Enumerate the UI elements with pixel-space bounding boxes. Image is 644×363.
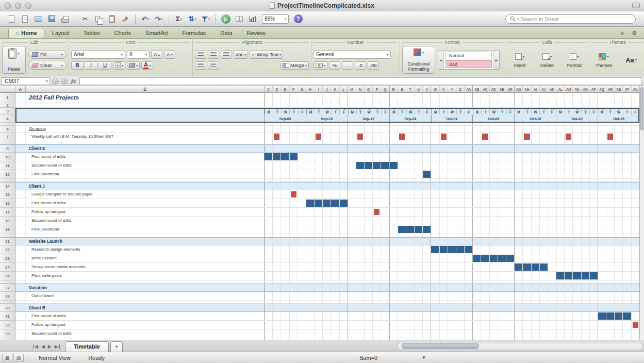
grid-cell[interactable] [581, 238, 589, 245]
grid-cell[interactable] [331, 234, 339, 237]
grid-cell[interactable] [581, 199, 589, 207]
grid-cell[interactable] [589, 272, 598, 280]
grid-cell[interactable] [348, 190, 356, 199]
grid-cell[interactable] [589, 123, 598, 125]
column-header-AC[interactable]: AC [481, 86, 489, 93]
grid-cell[interactable] [564, 263, 572, 271]
cell-col-a[interactable] [15, 183, 26, 190]
grid-cell[interactable] [589, 280, 598, 283]
grid-cell[interactable] [522, 301, 531, 303]
grid-cell[interactable] [581, 133, 589, 141]
grid-cell[interactable] [422, 321, 431, 329]
grid-cell[interactable] [364, 126, 372, 132]
column-header-G[interactable]: G [298, 86, 306, 93]
grid-cell[interactable] [414, 217, 422, 225]
grid-cell[interactable] [331, 312, 339, 320]
grid-cell[interactable] [348, 179, 356, 182]
grid-cell[interactable] [589, 153, 598, 161]
cell-col-b[interactable]: Write Content [26, 254, 265, 262]
grid-cell[interactable] [531, 234, 539, 237]
grid-cell[interactable] [614, 199, 622, 207]
grid-cell[interactable] [322, 190, 331, 199]
cell-col-b[interactable]: First round of edits [26, 153, 265, 161]
grid-cell[interactable] [280, 161, 289, 170]
grid-cell[interactable] [314, 170, 322, 178]
day-header-cell[interactable]: 9T [481, 108, 489, 114]
grid-cell[interactable] [556, 329, 564, 338]
title-bar[interactable]: ProjectTimelineComplicated.xlsx [0, 0, 644, 11]
grid-cell[interactable] [631, 312, 639, 320]
grid-cell[interactable] [372, 272, 381, 280]
grid-cell[interactable] [381, 93, 389, 103]
grid-cell[interactable] [514, 133, 522, 141]
grid-cell[interactable] [406, 292, 414, 300]
grid-cell[interactable] [322, 238, 331, 245]
grid-cell[interactable] [289, 225, 298, 234]
styles-scroll-left-button[interactable]: ◀ [438, 51, 444, 69]
grid-cell[interactable] [439, 133, 448, 141]
grid-cell[interactable] [448, 329, 456, 338]
grid-cell[interactable] [556, 245, 564, 254]
grid-cell[interactable] [581, 141, 589, 144]
grid-cell[interactable] [514, 103, 522, 107]
grid-cell[interactable] [472, 183, 481, 190]
grid-cell[interactable] [456, 292, 464, 300]
grid-cell[interactable] [331, 161, 339, 170]
grid-cell[interactable] [339, 199, 348, 207]
grid-cell[interactable] [356, 153, 364, 161]
grid-cell[interactable] [414, 133, 422, 141]
grid-cell[interactable] [322, 312, 331, 320]
grid-cell[interactable] [564, 170, 572, 178]
grid-cell[interactable] [356, 217, 364, 225]
grid-cell[interactable] [265, 126, 272, 132]
align-right-button[interactable] [221, 51, 232, 59]
grid-cell[interactable] [422, 245, 431, 254]
day-header-cell[interactable]: 14F [339, 108, 348, 114]
column-header-M[interactable]: M [348, 86, 356, 93]
minimize-window-button[interactable] [15, 3, 21, 9]
grid-cell[interactable] [356, 123, 364, 125]
grid-cell[interactable] [406, 301, 414, 303]
grid-cell[interactable] [389, 321, 398, 329]
grid-cell[interactable] [431, 183, 439, 190]
grid-cell[interactable] [631, 190, 639, 199]
grid-cell[interactable] [289, 126, 298, 132]
grid-cell[interactable] [280, 217, 289, 225]
grid-cell[interactable] [306, 321, 314, 329]
column-header-AM[interactable]: AM [564, 86, 572, 93]
grid-cell[interactable] [614, 301, 622, 303]
cell-col-a[interactable] [15, 179, 26, 182]
grid-cell[interactable] [280, 254, 289, 262]
grid-cell[interactable] [265, 141, 272, 144]
grid-cell[interactable] [498, 304, 506, 311]
grid-cell[interactable] [581, 93, 589, 103]
grid-cell[interactable] [439, 161, 448, 170]
grid-cell[interactable] [322, 179, 331, 182]
grid-cell[interactable] [422, 103, 431, 107]
grid-cell[interactable] [422, 161, 431, 170]
grid-cell[interactable] [539, 126, 548, 132]
grid-cell[interactable] [464, 190, 472, 199]
grid-cell[interactable] [364, 183, 372, 190]
grid-cell[interactable] [339, 161, 348, 170]
grid-cell[interactable] [622, 217, 631, 225]
grid-cell[interactable] [564, 153, 572, 161]
grid-cell[interactable] [489, 126, 498, 132]
grid-cell[interactable] [414, 199, 422, 207]
grid-cell[interactable] [506, 272, 514, 280]
grid-cell[interactable] [598, 183, 606, 190]
grid-cell[interactable] [331, 263, 339, 271]
grid-cell[interactable] [531, 254, 539, 262]
grid-cell[interactable] [448, 208, 456, 216]
grid-cell[interactable] [522, 179, 531, 182]
grid-cell[interactable] [481, 103, 489, 107]
grid-cell[interactable] [322, 304, 331, 311]
grid-cell[interactable] [564, 199, 572, 207]
grid-cell[interactable] [431, 312, 439, 320]
grid-cell[interactable] [298, 103, 306, 107]
grid-cell[interactable] [289, 103, 298, 107]
grid-cell[interactable] [539, 153, 548, 161]
column-header-AN[interactable]: AN [572, 86, 581, 93]
grid-cell[interactable] [531, 208, 539, 216]
grid-cell[interactable] [265, 179, 272, 182]
